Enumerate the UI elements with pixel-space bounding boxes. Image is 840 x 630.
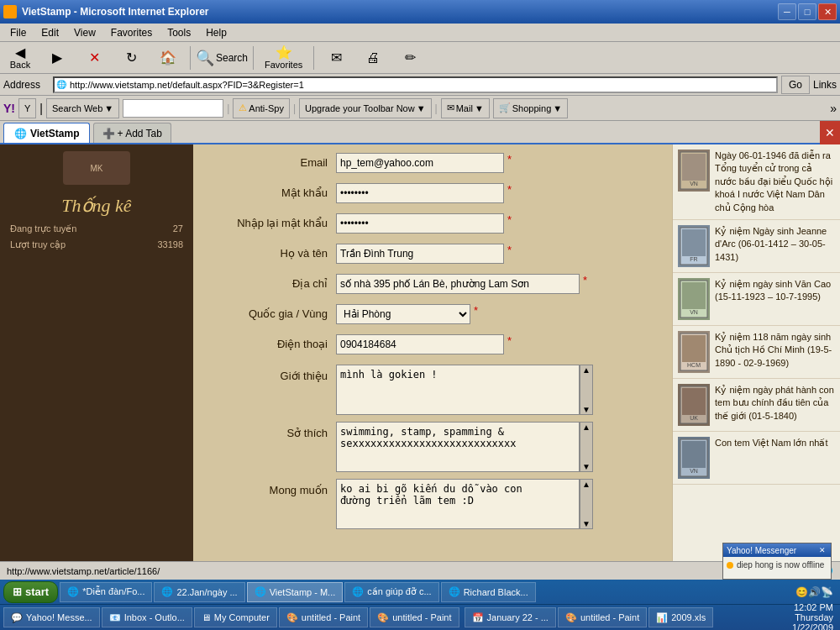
svg-rect-7 xyxy=(682,282,706,309)
stamp-image-1: VN xyxy=(678,150,710,192)
email-field[interactable] xyxy=(336,153,504,173)
wishes-textarea[interactable]: ko ai bi gõ kiến du dỗ vào con đường tri… xyxy=(336,479,580,529)
yahoo-shopping-button[interactable]: 🛒 Shopping ▼ xyxy=(493,98,568,118)
yahoo-search-input[interactable] xyxy=(123,99,223,118)
messenger-status-dot xyxy=(727,562,733,569)
taskbar-task-paint1[interactable]: 🎨 untitled - Paint xyxy=(279,607,368,627)
yahoo-search-web-button[interactable]: Search Web ▼ xyxy=(46,98,119,118)
messenger-close-button[interactable]: ✕ xyxy=(817,545,827,555)
address-row: Địa chỉ * xyxy=(210,274,655,297)
menu-tools[interactable]: Tools xyxy=(160,25,197,40)
taskbar-task-vietstamp[interactable]: 🌐 VietStamp - M... xyxy=(247,582,344,602)
yahoo-separator-2: | xyxy=(293,102,296,114)
go-button[interactable]: Go xyxy=(781,76,810,94)
fullname-label: Họ và tên xyxy=(210,244,336,260)
region-row: Quốc gia / Vùng Hải Phòng Hà Nội Hồ Chí … xyxy=(210,304,655,328)
sidebar-online: Đang trực tuyến 27 xyxy=(0,220,193,238)
taskbar-task-forum[interactable]: 🌐 *Diễn đàn/Fo... xyxy=(60,582,152,602)
toolbar-separator-2 xyxy=(253,46,254,70)
fullname-field[interactable] xyxy=(336,244,504,264)
yahoo-separator-1: | xyxy=(227,102,229,114)
restore-button[interactable]: □ xyxy=(798,3,816,20)
svg-text:VN: VN xyxy=(690,468,698,474)
yahoo-search-dropdown-icon: ▼ xyxy=(104,103,113,113)
wishes-scrollbar[interactable]: ▲ ▼ xyxy=(580,479,593,529)
yahoo-y-button[interactable]: Y xyxy=(18,98,36,118)
paint2-label: untitled - Paint xyxy=(392,612,451,622)
wishes-scroll-up[interactable]: ▲ xyxy=(582,480,591,489)
back-button[interactable]: ◀ Back xyxy=(3,44,37,72)
home-button[interactable]: 🏠 xyxy=(151,44,185,72)
phone-field[interactable] xyxy=(336,334,504,354)
password-field[interactable] xyxy=(336,183,504,203)
confirm-password-field[interactable] xyxy=(336,213,504,234)
svg-rect-4 xyxy=(682,229,706,256)
svg-rect-10 xyxy=(682,335,706,362)
online-count: 27 xyxy=(173,223,183,234)
yahoo-mail-button[interactable]: ✉ Mail ▼ xyxy=(441,98,490,118)
close-button[interactable]: ✕ xyxy=(818,3,837,20)
add-tab-button[interactable]: ➕ + Add Tab xyxy=(93,123,171,143)
taskbar-task-richard[interactable]: 🌐 Richard Black... xyxy=(441,582,536,602)
favorites-button[interactable]: ⭐ Favorites xyxy=(259,44,308,72)
left-sidebar: MK Thống kê Đang trực tuyến 27 Lượt truy… xyxy=(0,144,193,581)
taskbar-task-excel[interactable]: 📊 2009.xls xyxy=(648,607,713,627)
taskbar-task-yahoo-msg[interactable]: 💬 Yahoo! Messe... xyxy=(3,607,100,627)
stop-button[interactable]: ✕ xyxy=(77,44,111,72)
taskbar-task-calendar[interactable]: 📅 January 22 - ... xyxy=(465,607,556,627)
refresh-button[interactable]: ↻ xyxy=(114,44,148,72)
search-label[interactable]: Search xyxy=(216,52,248,64)
yahoo-expand-icon[interactable]: » xyxy=(830,102,837,115)
hobbies-scroll-down[interactable]: ▼ xyxy=(582,462,591,471)
menu-edit[interactable]: Edit xyxy=(34,25,66,40)
menu-bar: File Edit View Favorites Tools Help xyxy=(0,24,840,42)
address-field[interactable] xyxy=(336,274,580,294)
excel-label: 2009.xls xyxy=(671,612,706,622)
address-required: * xyxy=(583,274,587,286)
paint1-label: untitled - Paint xyxy=(302,612,360,622)
taskbar-task-help[interactable]: 🌐 cần giúp đỡ c... xyxy=(344,582,438,602)
intro-scroll-down[interactable]: ▼ xyxy=(582,405,591,414)
mail-button[interactable]: ✉ xyxy=(319,44,353,72)
richard-label: Richard Black... xyxy=(464,587,528,597)
region-select[interactable]: Hải Phòng Hà Nội Hồ Chí Minh xyxy=(336,304,470,324)
intro-textarea[interactable]: mình là gokien ! xyxy=(336,365,580,415)
svg-text:VN: VN xyxy=(690,181,698,186)
wishes-scroll-down[interactable]: ▼ xyxy=(582,519,591,528)
start-button[interactable]: ⊞ start xyxy=(3,581,58,603)
vietstamp-icon: 🌐 xyxy=(255,586,266,597)
taskbar-task-22jan[interactable]: 🌐 22.Jan/ngày ... xyxy=(154,582,244,602)
phone-row: Điện thoại * xyxy=(210,334,655,358)
hobbies-scrollbar[interactable]: ▲ ▼ xyxy=(580,422,593,472)
menu-favorites[interactable]: Favorites xyxy=(104,25,159,40)
messenger-title-bar: Yahoo! Messenger ✕ xyxy=(723,543,831,557)
edit-button[interactable]: ✏ xyxy=(393,44,427,72)
address-input[interactable] xyxy=(70,80,774,90)
yahoo-upgrade-button[interactable]: Upgrade your Toolbar Now ▼ xyxy=(299,98,432,118)
minimize-button[interactable]: ─ xyxy=(778,3,796,20)
forward-button[interactable]: ▶ xyxy=(40,44,74,72)
menu-view[interactable]: View xyxy=(67,25,102,40)
stamp-svg-4: HCM xyxy=(679,332,709,372)
yahoo-antispam-button[interactable]: ⚠ Anti-Spy xyxy=(233,98,290,118)
messenger-content: diep hong is now offline xyxy=(723,557,831,573)
address-form-label: Địa chỉ xyxy=(210,274,336,290)
print-button[interactable]: 🖨 xyxy=(356,44,390,72)
hobbies-textarea[interactable]: swimming, stamp, spamming & sexxxxxxxxxx… xyxy=(336,422,580,472)
taskbar-task-mycomputer[interactable]: 🖥 My Computer xyxy=(194,607,277,627)
tab-close-button[interactable]: ✕ xyxy=(820,121,840,144)
menu-file[interactable]: File xyxy=(3,25,33,40)
taskbar-task-paint3[interactable]: 🎨 untitled - Paint xyxy=(558,607,647,627)
taskbar-task-paint2[interactable]: 🎨 untitled - Paint xyxy=(370,607,459,627)
taskbar-task-outlook[interactable]: 📧 Inbox - Outlo... xyxy=(102,607,192,627)
intro-scroll-up[interactable]: ▲ xyxy=(582,365,591,375)
print-icon: 🖨 xyxy=(366,51,380,65)
menu-help[interactable]: Help xyxy=(199,25,234,40)
tab-vietstamp[interactable]: 🌐 VietStamp xyxy=(3,123,90,143)
hobbies-scroll-up[interactable]: ▲ xyxy=(582,423,591,432)
sidebar-title: Thống kê xyxy=(0,188,193,220)
status-url: http://www.vietstamp.net/article/1166/ xyxy=(7,566,160,576)
right-item-4: HCM Kỷ niệm 118 năm ngày sinh Chủ tịch H… xyxy=(673,326,840,379)
intro-scrollbar[interactable]: ▲ ▼ xyxy=(580,365,593,415)
right-item-text-3: Kỷ niệm ngày sinh Văn Cao (15-11-1923 – … xyxy=(715,278,835,304)
